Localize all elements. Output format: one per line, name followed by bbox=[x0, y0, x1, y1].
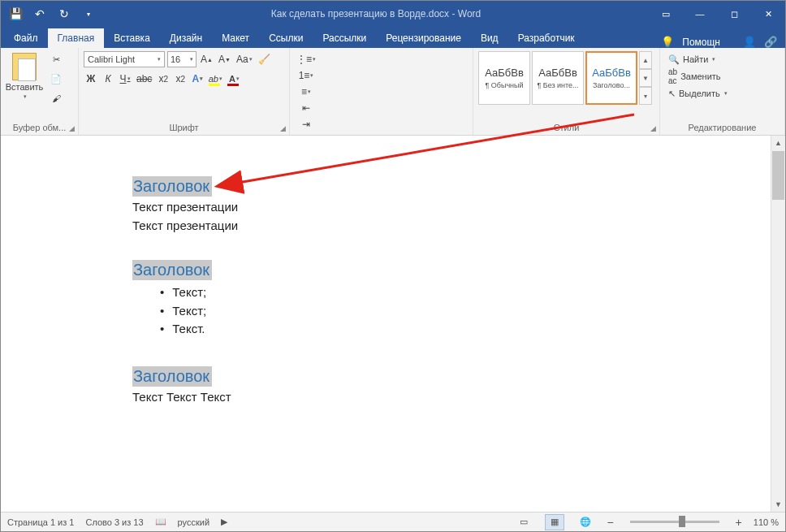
tab-insert[interactable]: Вставка bbox=[104, 28, 160, 48]
decrease-indent-button[interactable]: ⇤ bbox=[295, 100, 317, 116]
highlight-button[interactable]: ab▾ bbox=[207, 71, 223, 87]
strikethrough-button[interactable]: abc bbox=[135, 71, 153, 87]
change-case-button[interactable]: Aa▾ bbox=[235, 51, 254, 67]
document-page[interactable]: Заголовок Текст презентации Текст презен… bbox=[1, 136, 771, 512]
scroll-down[interactable]: ▼ bbox=[771, 497, 785, 512]
increase-indent-button[interactable]: ⇥ bbox=[295, 116, 317, 132]
style-normal[interactable]: АаБбВв ¶ Обычный bbox=[478, 51, 530, 105]
tab-file[interactable]: Файл bbox=[4, 28, 48, 48]
tab-references[interactable]: Ссылки bbox=[259, 28, 313, 48]
paste-button[interactable]: Вставить ▾ bbox=[6, 51, 43, 102]
tab-developer[interactable]: Разработчик bbox=[508, 28, 585, 48]
heading[interactable]: Заголовок bbox=[132, 366, 212, 387]
numbering-button[interactable]: 1≡▾ bbox=[295, 67, 317, 84]
cut-button[interactable]: ✂ bbox=[46, 51, 66, 67]
heading[interactable]: Заголовок bbox=[132, 176, 212, 197]
share-icon[interactable]: 🔗 bbox=[764, 36, 777, 48]
underline-button[interactable]: Ч▾ bbox=[118, 71, 132, 87]
subscript-button[interactable]: x2 bbox=[156, 71, 171, 87]
replace-icon: abac bbox=[668, 67, 677, 85]
list-item[interactable]: Текст. bbox=[160, 320, 771, 339]
titlebar: 💾 ↶ ↻ ▾ Как сделать презентацию в Ворде.… bbox=[1, 1, 785, 27]
close-button[interactable]: ✕ bbox=[751, 1, 785, 27]
save-button[interactable]: 💾 bbox=[4, 2, 27, 25]
paragraph[interactable]: Текст презентации bbox=[132, 218, 771, 232]
status-macro-icon[interactable]: ▶ bbox=[221, 517, 227, 527]
maximize-button[interactable]: ◻ bbox=[717, 1, 751, 27]
minimize-button[interactable]: ― bbox=[683, 1, 717, 27]
superscript-button[interactable]: x2 bbox=[173, 71, 188, 87]
undo-button[interactable]: ↶ bbox=[28, 2, 51, 25]
status-words[interactable]: Слово 3 из 13 bbox=[85, 517, 143, 527]
status-language[interactable]: русский bbox=[178, 517, 209, 527]
font-name-input[interactable]: Calibri Light▾ bbox=[84, 51, 165, 67]
font-color-button[interactable]: A▾ bbox=[226, 71, 242, 87]
ribbon-display-button[interactable]: ▭ bbox=[649, 1, 683, 27]
redo-button[interactable]: ↻ bbox=[53, 2, 76, 25]
style-name: ¶ Обычный bbox=[480, 81, 529, 89]
clear-formatting-button[interactable]: 🧹 bbox=[257, 51, 272, 67]
statusbar: Страница 1 из 1 Слово 3 из 13 📖 русский … bbox=[1, 512, 785, 531]
ribbon-tabs: Файл Главная Вставка Дизайн Макет Ссылки… bbox=[1, 27, 785, 48]
scroll-up[interactable]: ▲ bbox=[771, 136, 785, 150]
find-button[interactable]: 🔍Найти▾ bbox=[665, 51, 719, 67]
bold-button[interactable]: Ж bbox=[84, 71, 98, 87]
paste-icon bbox=[12, 53, 37, 80]
tab-home[interactable]: Главная bbox=[48, 28, 105, 48]
italic-button[interactable]: К bbox=[101, 71, 115, 87]
account-icon[interactable]: 👤 bbox=[743, 36, 756, 48]
status-proofing-icon[interactable]: 📖 bbox=[155, 517, 166, 527]
zoom-in-button[interactable]: + bbox=[736, 516, 742, 529]
tab-layout[interactable]: Макет bbox=[212, 28, 259, 48]
qat-customize[interactable]: ▾ bbox=[77, 2, 100, 25]
list-item[interactable]: Текст; bbox=[160, 302, 771, 321]
shrink-font-button[interactable]: A▼ bbox=[217, 51, 232, 67]
font-size-input[interactable]: 16▾ bbox=[167, 51, 196, 67]
heading[interactable]: Заголовок bbox=[132, 260, 212, 280]
zoom-level[interactable]: 110 % bbox=[754, 517, 779, 527]
status-page[interactable]: Страница 1 из 1 bbox=[7, 517, 74, 527]
paragraph[interactable]: Текст Текст Текст bbox=[132, 390, 771, 404]
group-styles: АаБбВв ¶ Обычный АаБбВв ¶ Без инте... Аа… bbox=[473, 48, 660, 135]
style-no-spacing[interactable]: АаБбВв ¶ Без инте... bbox=[532, 51, 584, 105]
style-name: Заголово... bbox=[587, 81, 636, 89]
style-scroll-up[interactable]: ▲ bbox=[639, 51, 652, 69]
tab-mailings[interactable]: Рассылки bbox=[313, 28, 376, 48]
view-read-button[interactable]: ▭ bbox=[514, 514, 533, 530]
multilevel-button[interactable]: ≡▾ bbox=[295, 84, 317, 100]
tell-me-label[interactable]: Помощн bbox=[682, 37, 720, 48]
paragraph[interactable]: Текст презентации bbox=[132, 200, 771, 214]
paste-dropdown[interactable]: ▾ bbox=[24, 93, 27, 100]
style-scroll-down[interactable]: ▼ bbox=[639, 69, 652, 87]
copy-button[interactable]: 📄 bbox=[46, 71, 66, 87]
bullets-button[interactable]: ⋮≡▾ bbox=[295, 51, 317, 67]
scroll-track[interactable] bbox=[771, 201, 785, 497]
zoom-out-button[interactable]: − bbox=[607, 516, 613, 529]
style-heading1[interactable]: АаБбВв Заголово... bbox=[585, 51, 637, 105]
replace-button[interactable]: abacЗаменить bbox=[665, 68, 724, 84]
scroll-thumb[interactable] bbox=[772, 151, 784, 200]
style-gallery-expand[interactable]: ▾ bbox=[639, 87, 652, 105]
list-item[interactable]: Текст; bbox=[160, 283, 771, 302]
style-gallery-scroll: ▲ ▼ ▾ bbox=[639, 51, 652, 105]
grow-font-button[interactable]: A▲ bbox=[199, 51, 214, 67]
select-button[interactable]: ↖Выделить▾ bbox=[665, 85, 731, 102]
view-print-button[interactable]: ▦ bbox=[545, 514, 564, 530]
tab-review[interactable]: Рецензирование bbox=[376, 28, 471, 48]
tell-me-icon[interactable]: 💡 bbox=[661, 36, 674, 48]
zoom-slider[interactable] bbox=[630, 521, 719, 523]
format-painter-button[interactable]: 🖌 bbox=[46, 90, 66, 106]
window-controls: ▭ ― ◻ ✕ bbox=[649, 1, 785, 27]
view-web-button[interactable]: 🌐 bbox=[576, 514, 595, 530]
window-title: Как сделать презентацию в Ворде.docx - W… bbox=[103, 8, 649, 19]
vertical-scrollbar[interactable]: ▲ ▼ bbox=[771, 136, 785, 512]
font-launcher[interactable]: ◢ bbox=[280, 124, 286, 132]
styles-launcher[interactable]: ◢ bbox=[650, 124, 656, 132]
search-icon: 🔍 bbox=[668, 54, 680, 65]
text-effects-button[interactable]: A▾ bbox=[190, 71, 205, 87]
zoom-thumb[interactable] bbox=[679, 516, 685, 527]
group-paragraph: ⋮≡▾ 1≡▾ ≡▾ ⇤ ⇥ A↓ ¶ ≡ ≡ ≡ ≡ ‡≡▾ 🪣▾ ⊞▾ Аб… bbox=[290, 48, 473, 135]
tab-view[interactable]: Вид bbox=[471, 28, 508, 48]
tab-design[interactable]: Дизайн bbox=[160, 28, 212, 48]
clipboard-launcher[interactable]: ◢ bbox=[69, 124, 75, 132]
